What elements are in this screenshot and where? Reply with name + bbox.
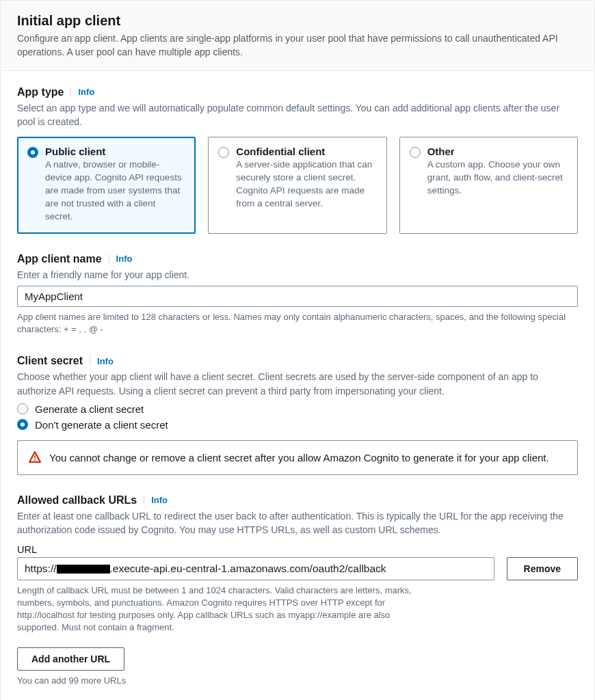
callback-url-input[interactable]: https://.execute-api.eu-central-1.amazon… [17,557,494,580]
app-client-panel: Initial app client Configure an app clie… [0,0,595,700]
app-type-subtext: Select an app type and we will automatic… [17,101,578,129]
callback-footer: You can add 99 more URLs [17,675,578,687]
radio-other[interactable] [410,147,421,158]
divider [70,88,71,97]
callback-subtext: Enter at least one callback URL to redir… [17,509,578,537]
radio-icon [17,419,28,430]
radio-public-client[interactable] [27,147,38,158]
panel-body: App type Info Select an app type and we … [1,71,594,700]
radio-label: Generate a client secret [35,403,144,415]
warning-text: You cannot change or remove a client sec… [49,450,549,465]
app-type-options: Public client A native, browser or mobil… [17,137,578,233]
page-title: Initial app client [17,13,578,29]
warning-icon [29,451,41,463]
tile-public-client[interactable]: Public client A native, browser or mobil… [17,137,196,233]
tile-title: Other [427,146,568,157]
radio-confidential-client[interactable] [218,147,229,158]
info-link-callback[interactable]: Info [151,495,168,505]
client-name-input[interactable] [17,286,578,307]
tile-confidential-client[interactable]: Confidential client A server-side applic… [208,137,386,233]
tile-desc: A server-side application that can secur… [236,159,376,211]
svg-rect-1 [34,459,36,461]
page-subtitle: Configure an app client. App clients are… [17,31,578,59]
url-field-label: URL [17,544,578,555]
callback-title-row: Allowed callback URLs Info [17,494,578,507]
section-title-callback: Allowed callback URLs [17,494,137,507]
client-name-help: App client names are limited to 128 char… [17,311,578,336]
radio-label: Don't generate a client secret [35,419,168,431]
client-name-subtext: Enter a friendly name for your app clien… [17,268,578,282]
remove-url-button[interactable]: Remove [507,557,578,580]
tile-other[interactable]: Other A custom app. Choose your own gran… [399,137,578,233]
radio-icon [17,403,28,414]
tile-desc: A custom app. Choose your own grant, aut… [427,159,568,198]
app-type-title-row: App type Info [17,86,578,98]
info-link-app-type[interactable]: Info [78,87,94,97]
divider [144,496,144,505]
info-link-client-name[interactable]: Info [116,254,133,264]
section-title-client-name: App client name [17,253,102,265]
redacted-domain [57,565,110,574]
divider [109,254,109,264]
callback-help: Length of callback URL must be between 1… [17,584,427,634]
tile-title: Public client [45,146,185,157]
divider [90,356,90,366]
client-secret-warning: You cannot change or remove a client sec… [17,440,578,475]
section-title-client-secret: Client secret [17,355,83,367]
svg-rect-0 [34,455,36,459]
info-link-client-secret[interactable]: Info [97,356,114,366]
tile-title: Confidential client [236,146,376,157]
tile-desc: A native, browser or mobile-device app. … [45,159,185,223]
section-title-app-type: App type [17,86,64,98]
radio-generate-secret[interactable]: Generate a client secret [17,403,578,415]
url-row: https://.execute-api.eu-central-1.amazon… [17,557,578,634]
radio-dont-generate-secret[interactable]: Don't generate a client secret [17,419,578,431]
client-name-title-row: App client name Info [17,253,578,265]
client-secret-subtext: Choose whether your app client will have… [17,370,578,398]
add-url-button[interactable]: Add another URL [17,647,124,671]
client-secret-title-row: Client secret Info [17,355,578,367]
panel-header: Initial app client Configure an app clie… [1,1,594,71]
